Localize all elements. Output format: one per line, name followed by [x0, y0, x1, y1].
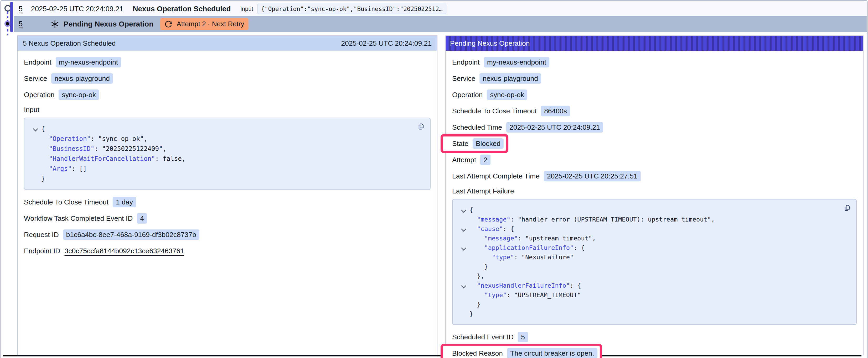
field-attempt: Attempt2 [452, 155, 857, 165]
field-label: Workflow Task Completed Event ID [24, 215, 133, 223]
field-value-chip: 4 [137, 213, 147, 224]
code-gutter [458, 290, 469, 300]
field-value-chip: sync-op-ok [59, 90, 99, 100]
code-gutter [30, 134, 41, 144]
collapse-chevron-icon[interactable] [33, 126, 38, 131]
field-label: Request ID [24, 231, 59, 239]
field-schedule-to-close-timeout: Schedule To Close Timeout1 day [24, 197, 431, 207]
copy-icon[interactable] [842, 204, 851, 212]
failure-section-label: Last Attempt Failure [452, 187, 857, 195]
timeline-pending-marker-icon [4, 21, 10, 27]
code-gutter [458, 224, 469, 234]
field-label: Last Attempt Complete Time [452, 172, 539, 180]
pending-operation-panel-header: Pending Nexus Operation [446, 36, 863, 51]
code-line: } [458, 309, 850, 319]
field-value-chip: 2025-02-25 UTC 20:24:09.21 [506, 122, 603, 133]
field-scheduled-event-id: Scheduled Event ID5 [452, 332, 857, 342]
event-timestamp: 2025-02-25 UTC 20:24:09.21 [31, 5, 123, 13]
input-json-viewer: { "Operation": "sync-op-ok", "BusinessID… [24, 118, 431, 190]
field-value-chip: nexus-playground [51, 73, 113, 84]
field-schedule-to-close-timeout: Schedule To Close Timeout86400s [452, 106, 857, 116]
field-label: Endpoint [24, 58, 52, 66]
field-value-chip: Blocked [473, 138, 504, 149]
code-gutter [458, 281, 469, 290]
code-line: "nexusHandlerFailureInfo": { [458, 281, 850, 290]
pending-operation-panel: Pending Nexus Operation Endpointmy-nexus… [445, 35, 864, 355]
field-label: Scheduled Time [452, 123, 502, 131]
code-gutter [458, 271, 469, 281]
collapse-chevron-icon[interactable] [461, 207, 466, 213]
field-label: Operation [24, 91, 54, 99]
code-line: "type": "UPSTREAM_TIMEOUT" [458, 290, 850, 300]
field-scheduled-time: Scheduled Time2025-02-25 UTC 20:24:09.21 [452, 122, 857, 133]
field-endpoint: Endpointmy-nexus-endpoint [24, 57, 431, 67]
field-value-chip: 2025-02-25 UTC 20:25:27.51 [544, 171, 641, 182]
field-value-chip: nexus-playground [479, 73, 541, 84]
collapse-chevron-icon[interactable] [461, 227, 466, 232]
field-label: Schedule To Close Timeout [24, 198, 108, 206]
event-title: Nexus Operation Scheduled [133, 5, 231, 13]
code-gutter [458, 262, 469, 271]
failure-json-viewer: { "message": "handler error (UPSTREAM_TI… [452, 199, 857, 325]
field-endpoint: Endpointmy-nexus-endpoint [452, 57, 857, 67]
panel-timestamp: 2025-02-25 UTC 20:24:09.21 [341, 39, 432, 47]
field-value-chip: 5 [518, 332, 528, 342]
field-label: Attempt [452, 156, 476, 164]
field-label: Scheduled Event ID [452, 333, 514, 341]
field-value-chip: The circuit breaker is open. [507, 348, 597, 358]
event-row-nexus-operation-scheduled[interactable]: 5 2025-02-25 UTC 20:24:09.21 Nexus Opera… [14, 2, 867, 16]
retry-badge-label: Attempt 2 · Next Retry [177, 20, 244, 28]
code-gutter [458, 309, 469, 319]
pending-operation-row[interactable]: 5 Pending Nexus Operation Attempt 2 · Ne… [14, 16, 867, 32]
code-line: "type": "NexusFailure" [458, 253, 850, 262]
collapse-chevron-icon[interactable] [461, 246, 466, 251]
field-label: Endpoint ID [24, 247, 60, 255]
annotated-field: StateBlocked [440, 134, 508, 153]
field-endpoint-id: Endpoint ID 3c0c75ccfa8144b092c13ce63246… [24, 246, 431, 256]
code-line: "BusinessID": "20250225122409", [30, 144, 424, 154]
collapse-chevron-icon[interactable] [461, 283, 466, 288]
endpoint-id-link[interactable]: 3c0c75ccfa8144b092c13ce632463761 [64, 247, 184, 255]
field-service: Servicenexus-playground [24, 73, 431, 84]
field-state: StateBlocked [452, 138, 857, 149]
field-request-id: Request IDb1c6a4bc-8ee7-468a-9169-df3b02… [24, 229, 431, 240]
retry-icon [164, 20, 172, 28]
event-detail-panel-header: 5 Nexus Operation Scheduled 2025-02-25 U… [18, 36, 437, 51]
input-section-label: Input [24, 106, 431, 114]
copy-icon[interactable] [416, 122, 425, 131]
field-label: Service [24, 74, 47, 83]
annotated-field: Blocked ReasonThe circuit breaker is ope… [440, 344, 602, 358]
code-line: } [458, 300, 850, 309]
code-gutter [30, 164, 41, 174]
field-value-chip: my-nexus-endpoint [484, 57, 549, 67]
code-gutter [458, 215, 469, 224]
code-line: "Operation": "sync-op-ok", [30, 134, 424, 144]
workflow-event-history-view: 5 2025-02-25 UTC 20:24:09.21 Nexus Opera… [0, 0, 868, 358]
code-gutter [30, 174, 41, 184]
code-line: { [458, 205, 850, 215]
field-value-chip: b1c6a4bc-8ee7-468a-9169-df3b02c8737b [63, 229, 199, 240]
pending-event-id-link[interactable]: 5 [19, 20, 23, 28]
panel-title: 5 Nexus Operation Scheduled [23, 39, 116, 47]
code-gutter [458, 205, 469, 215]
code-line: "message": "upstream timeout", [458, 234, 850, 243]
timeline-selection-bar [10, 2, 13, 32]
field-operation: Operationsync-op-ok [452, 90, 857, 100]
field-label: Endpoint [452, 58, 480, 66]
field-operation: Operationsync-op-ok [24, 90, 431, 100]
code-gutter [458, 234, 469, 243]
code-gutter [30, 144, 41, 154]
field-value-chip: sync-op-ok [487, 90, 527, 100]
field-last-attempt-complete-time: Last Attempt Complete Time2025-02-25 UTC… [452, 171, 857, 182]
code-line: "cause": { [458, 224, 850, 234]
code-line: "message": "handler error (UPSTREAM_TIME… [458, 215, 850, 224]
field-value-chip: 1 day [113, 197, 136, 207]
event-input-preview-chip[interactable]: {"Operation":"sync-op-ok","BusinessID":"… [257, 4, 446, 14]
code-line: { [30, 124, 424, 134]
code-line: "HandlerWaitForCancellation": false, [30, 154, 424, 164]
field-label: Schedule To Close Timeout [452, 107, 537, 115]
event-id-link[interactable]: 5 [19, 5, 23, 13]
field-label: Operation [452, 91, 483, 99]
code-line: } [458, 262, 850, 271]
code-line: "Args": [] [30, 164, 424, 174]
